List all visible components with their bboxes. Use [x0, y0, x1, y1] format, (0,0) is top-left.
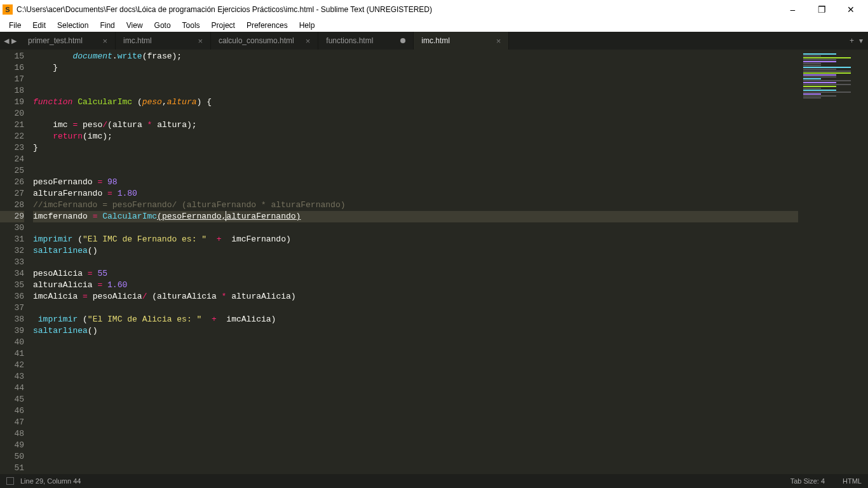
- minimap-content: [803, 53, 863, 99]
- tab-nav-arrows: ◀ ▶: [0, 32, 20, 50]
- app-icon: S: [3, 4, 13, 15]
- status-panel-icon[interactable]: [6, 477, 14, 485]
- tab-primer-test[interactable]: primer_test.html ×: [20, 32, 116, 50]
- code-line[interactable]: function CalcularImc (peso,altura) {: [33, 97, 798, 108]
- code-line[interactable]: [33, 108, 798, 119]
- code-line[interactable]: alturaAlicia = 1.60: [33, 280, 798, 291]
- code-line[interactable]: [33, 154, 798, 165]
- gutter: 1516171819202122232425262728293031323334…: [0, 50, 33, 474]
- menu-view[interactable]: View: [121, 20, 148, 31]
- tab-functions[interactable]: functions.html: [318, 32, 414, 50]
- code-line[interactable]: [33, 302, 798, 314]
- code-line[interactable]: imprimir ("El IMC de Fernando es: " + im…: [33, 234, 798, 245]
- menu-goto[interactable]: Goto: [149, 20, 176, 31]
- tab-label: primer_test.html: [28, 36, 91, 45]
- titlebar: S C:\Users\acer\Documents\Fer docs\Lóica…: [0, 0, 868, 19]
- tab-close-icon[interactable]: ×: [198, 36, 203, 46]
- close-button[interactable]: ✕: [836, 0, 865, 19]
- tab-label: imc.html: [421, 36, 484, 45]
- code-line[interactable]: [33, 440, 798, 451]
- code-line[interactable]: [33, 383, 798, 394]
- code-line[interactable]: saltarlinea(): [33, 325, 798, 337]
- code-line[interactable]: [33, 451, 798, 463]
- code-line[interactable]: imcAlicia = pesoAlicia/ (alturaAlicia * …: [33, 291, 798, 302]
- tab-label: functions.html: [326, 36, 389, 45]
- code-line[interactable]: [33, 463, 798, 474]
- code-line[interactable]: [33, 417, 798, 428]
- tab-nav-left-icon[interactable]: ◀: [4, 37, 9, 45]
- tab-imc-2[interactable]: imc.html ×: [414, 32, 509, 50]
- tab-close-icon[interactable]: ×: [102, 36, 107, 46]
- code-line[interactable]: //imcFernando = pesoFernando/ (alturaFer…: [33, 200, 798, 211]
- code-line[interactable]: [33, 165, 798, 177]
- statusbar: Line 29, Column 44 Tab Size: 4 HTML: [0, 474, 868, 488]
- code-line[interactable]: [33, 337, 798, 348]
- tab-bar: ◀ ▶ primer_test.html × imc.html × calcul…: [0, 32, 868, 50]
- code-line[interactable]: [33, 85, 798, 97]
- menu-preferences[interactable]: Preferences: [241, 20, 293, 31]
- menu-tools[interactable]: Tools: [177, 20, 205, 31]
- menubar: File Edit Selection Find View Goto Tools…: [0, 19, 868, 32]
- status-syntax[interactable]: HTML: [843, 477, 862, 485]
- menu-project[interactable]: Project: [207, 20, 240, 31]
- window-title: C:\Users\acer\Documents\Fer docs\Lóica d…: [17, 5, 778, 14]
- status-tabsize[interactable]: Tab Size: 4: [790, 477, 825, 485]
- code-line[interactable]: [33, 394, 798, 405]
- code-line[interactable]: [33, 348, 798, 360]
- tab-imc-1[interactable]: imc.html ×: [116, 32, 211, 50]
- code-line[interactable]: [33, 428, 798, 440]
- code-line[interactable]: imc = peso/(altura * altura);: [33, 119, 798, 131]
- code-line[interactable]: [33, 74, 798, 85]
- tab-nav-right-icon[interactable]: ▶: [11, 37, 17, 45]
- code-line[interactable]: saltarlinea(): [33, 245, 798, 257]
- menu-edit[interactable]: Edit: [27, 20, 51, 31]
- code-line[interactable]: document.write(frase);: [33, 51, 798, 62]
- tab-overflow-controls: + ▾: [844, 32, 868, 50]
- code-line[interactable]: pesoAlicia = 55: [33, 268, 798, 280]
- code-line[interactable]: imprimir ("El IMC de Alicia es: " + imcA…: [33, 314, 798, 325]
- code-line[interactable]: }: [33, 142, 798, 154]
- minimap[interactable]: [798, 50, 868, 474]
- menu-help[interactable]: Help: [294, 20, 320, 31]
- code-line[interactable]: [33, 371, 798, 383]
- code-line[interactable]: }: [33, 62, 798, 74]
- code-line[interactable]: alturaFernando = 1.80: [33, 188, 798, 200]
- code-line[interactable]: [33, 360, 798, 371]
- menu-selection[interactable]: Selection: [52, 20, 93, 31]
- window-controls: ‒ ❐ ✕: [778, 0, 865, 19]
- menu-find[interactable]: Find: [95, 20, 119, 31]
- minimize-button[interactable]: ‒: [778, 0, 807, 19]
- tab-dirty-icon: [400, 38, 405, 43]
- code-line[interactable]: imcfernando = CalcularImc(pesoFernando,a…: [33, 211, 798, 222]
- code-line[interactable]: return(imc);: [33, 131, 798, 142]
- tab-label: calculo_consumo.html: [219, 36, 294, 45]
- menu-file[interactable]: File: [4, 20, 26, 31]
- new-tab-icon[interactable]: +: [850, 36, 854, 45]
- maximize-button[interactable]: ❐: [807, 0, 836, 19]
- code-line[interactable]: [33, 405, 798, 417]
- tab-close-icon[interactable]: ×: [496, 36, 501, 46]
- tab-menu-icon[interactable]: ▾: [859, 36, 863, 45]
- code-area[interactable]: document.write(frase); }function Calcula…: [33, 50, 798, 474]
- status-position: Line 29, Column 44: [20, 477, 81, 485]
- tab-label: imc.html: [123, 36, 186, 45]
- code-line[interactable]: [33, 222, 798, 234]
- editor: 1516171819202122232425262728293031323334…: [0, 50, 868, 474]
- code-line[interactable]: pesoFernando = 98: [33, 177, 798, 188]
- tab-calculo-consumo[interactable]: calculo_consumo.html ×: [211, 32, 318, 50]
- tab-close-icon[interactable]: ×: [306, 36, 311, 46]
- code-line[interactable]: [33, 257, 798, 268]
